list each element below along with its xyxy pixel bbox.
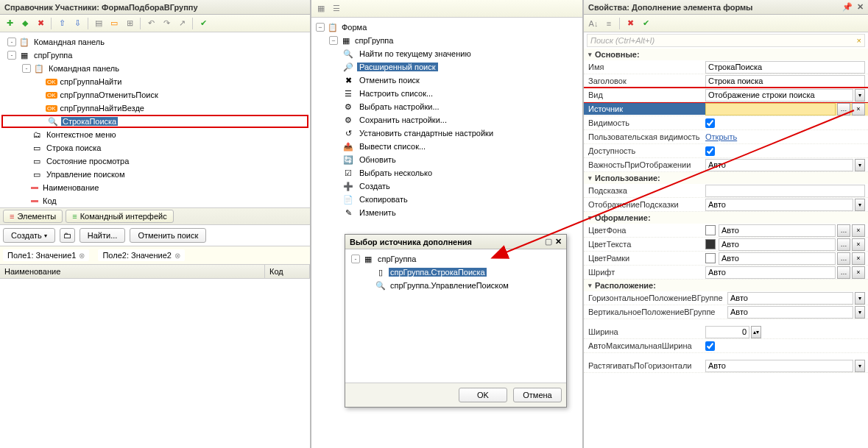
tree-item[interactable]: OKспрГруппаНайти bbox=[1, 75, 308, 88]
filter-chip-2[interactable]: Поле2: Значение2⊗ bbox=[98, 249, 184, 261]
close-icon[interactable]: ⊗ bbox=[79, 252, 85, 260]
action-item[interactable]: 🔄Обновить bbox=[313, 153, 581, 166]
ok-button[interactable]: OK bbox=[459, 388, 507, 402]
check-icon[interactable]: ✔ bbox=[197, 17, 210, 30]
toggle-icon[interactable]: - bbox=[7, 38, 16, 46]
action-item[interactable]: ☰Настроить список... bbox=[313, 87, 581, 100]
tree-item[interactable]: 🗂Контекстное меню bbox=[1, 128, 308, 141]
add-item-icon[interactable]: ◆ bbox=[18, 17, 32, 30]
close-icon[interactable]: ✕ bbox=[555, 237, 562, 246]
tree-item[interactable]: Код bbox=[1, 194, 308, 207]
tree-item[interactable]: -▦спрГруппа bbox=[1, 49, 308, 62]
tree-item[interactable]: ▭Строка поиска bbox=[1, 141, 308, 154]
modal-tree-item[interactable]: ▯спрГруппа.СтрокаПоиска bbox=[348, 266, 563, 279]
tab-elements[interactable]: ≡Элементы bbox=[3, 210, 63, 223]
action-item[interactable]: ↺Установить стандартные настройки bbox=[313, 127, 581, 140]
vpos-input[interactable] bbox=[727, 306, 853, 319]
apply-icon[interactable]: ✔ bbox=[639, 17, 652, 30]
stretch-input[interactable] bbox=[705, 360, 853, 372]
ellipsis-button[interactable]: … bbox=[837, 224, 850, 237]
clear-button[interactable]: × bbox=[852, 103, 865, 115]
bgcolor-input[interactable] bbox=[719, 224, 836, 237]
maxwidth-checkbox[interactable] bbox=[705, 341, 715, 351]
cancel-search-button[interactable]: Отменить поиск bbox=[130, 228, 206, 243]
preview-icon[interactable]: ▭ bbox=[107, 17, 121, 30]
action-item[interactable]: 🔍Найти по текущему значению bbox=[313, 47, 581, 60]
tree-item[interactable]: OKспрГруппаНайтиВезде bbox=[1, 102, 308, 115]
folder-button[interactable]: 🗀 bbox=[60, 228, 75, 243]
section-main[interactable]: Основные: bbox=[584, 49, 868, 60]
action-item[interactable]: ➕Создать bbox=[313, 179, 581, 193]
close-icon[interactable]: ⊗ bbox=[174, 252, 180, 260]
props-icon[interactable]: ▤ bbox=[92, 17, 105, 30]
spinner-icon[interactable]: ▴▾ bbox=[751, 326, 761, 338]
tree-item[interactable]: -📋Командная панель bbox=[1, 35, 308, 49]
pin-icon[interactable]: 📌 bbox=[842, 2, 853, 11]
dropdown-icon[interactable]: ▾ bbox=[855, 306, 865, 319]
prop-search[interactable]: Поиск (Ctrl+Alt+I) × bbox=[587, 34, 865, 47]
availability-checkbox[interactable] bbox=[705, 146, 715, 156]
hintd-input[interactable] bbox=[705, 199, 853, 211]
tab-command-interface[interactable]: ≡Командный интерфейс bbox=[66, 210, 173, 223]
modal-tree-item[interactable]: -▦спрГруппа bbox=[348, 252, 563, 266]
dropdown-icon[interactable]: ▾ bbox=[855, 89, 865, 102]
toggle-icon[interactable]: - bbox=[22, 64, 31, 73]
cat-icon[interactable]: ≡ bbox=[602, 17, 615, 30]
brcolor-input[interactable] bbox=[719, 252, 836, 265]
tree-item[interactable]: ▭Управление поиском bbox=[1, 168, 308, 181]
undo-icon[interactable]: ↶ bbox=[144, 17, 158, 30]
section-use[interactable]: Использование: bbox=[584, 172, 868, 184]
toggle-icon[interactable]: − bbox=[316, 23, 325, 32]
create-button[interactable]: Создать▾ bbox=[3, 228, 55, 243]
clear-search-icon[interactable]: × bbox=[857, 36, 861, 45]
hint-input[interactable] bbox=[705, 185, 865, 197]
col-code[interactable]: Код bbox=[265, 265, 310, 278]
dropdown-icon[interactable]: ▾ bbox=[855, 292, 865, 305]
dropdown-icon[interactable]: ▾ bbox=[855, 159, 865, 171]
action-item[interactable]: 🔎Расширенный поиск bbox=[313, 60, 581, 74]
ellipsis-button[interactable]: … bbox=[837, 103, 850, 115]
move-down-icon[interactable]: ⇩ bbox=[71, 17, 84, 30]
tree-item[interactable]: Наименование bbox=[1, 181, 308, 194]
action-item[interactable]: ☑Выбрать несколько bbox=[313, 166, 581, 179]
txtcolor-input[interactable] bbox=[719, 238, 836, 251]
hpos-input[interactable] bbox=[727, 292, 853, 305]
tree-group[interactable]: −▦спрГруппа bbox=[313, 34, 581, 47]
kind-input[interactable] bbox=[705, 89, 853, 102]
tree-root[interactable]: −📋Форма bbox=[313, 21, 581, 34]
action-item[interactable]: 📤Вывести список... bbox=[313, 140, 581, 153]
tree-item[interactable]: -📋Командная панель bbox=[1, 62, 308, 75]
list-icon[interactable]: ☰ bbox=[330, 2, 343, 15]
toggle-icon[interactable]: − bbox=[329, 36, 338, 45]
clear-button[interactable]: × bbox=[852, 252, 865, 265]
clear-button[interactable]: × bbox=[852, 238, 865, 251]
width-input[interactable] bbox=[705, 326, 749, 338]
dropdown-icon[interactable]: ▾ bbox=[855, 360, 865, 372]
maximize-icon[interactable]: ▢ bbox=[545, 237, 552, 246]
toggle-icon[interactable]: - bbox=[351, 255, 360, 263]
clear-button[interactable]: × bbox=[852, 224, 865, 237]
expand-icon[interactable]: ↗ bbox=[175, 17, 188, 30]
move-up-icon[interactable]: ⇧ bbox=[55, 17, 68, 30]
visibility-checkbox[interactable] bbox=[705, 118, 715, 128]
ellipsis-button[interactable]: … bbox=[837, 238, 850, 251]
filter-chip-1[interactable]: Поле1: Значение1⊗ bbox=[3, 249, 89, 261]
section-layout[interactable]: Расположение: bbox=[584, 280, 868, 291]
modal-tree[interactable]: -▦спрГруппа▯спрГруппа.СтрокаПоиска🔍спрГр… bbox=[345, 249, 566, 383]
tree-item[interactable]: 🔍СтрокаПоиска bbox=[1, 115, 308, 128]
title-input[interactable] bbox=[705, 75, 865, 88]
clear-icon[interactable]: ✖ bbox=[624, 17, 637, 30]
action-item[interactable]: ✎Изменить bbox=[313, 206, 581, 219]
action-item[interactable]: ✖Отменить поиск bbox=[313, 74, 581, 87]
importance-input[interactable] bbox=[705, 159, 853, 171]
font-input[interactable] bbox=[705, 266, 836, 279]
find-button[interactable]: Найти... bbox=[80, 228, 126, 243]
ellipsis-button[interactable]: … bbox=[837, 252, 850, 265]
sort-icon[interactable]: A↓ bbox=[587, 17, 600, 30]
clear-button[interactable]: × bbox=[852, 266, 865, 279]
action-item[interactable]: ⚙Сохранить настройки... bbox=[313, 113, 581, 127]
cancel-button[interactable]: Отмена bbox=[513, 388, 562, 402]
form-elements-tree[interactable]: -📋Командная панель-▦спрГруппа-📋Командная… bbox=[0, 32, 310, 207]
toggle-icon[interactable]: - bbox=[7, 51, 16, 60]
user-visibility-link[interactable]: Открыть bbox=[705, 132, 737, 141]
